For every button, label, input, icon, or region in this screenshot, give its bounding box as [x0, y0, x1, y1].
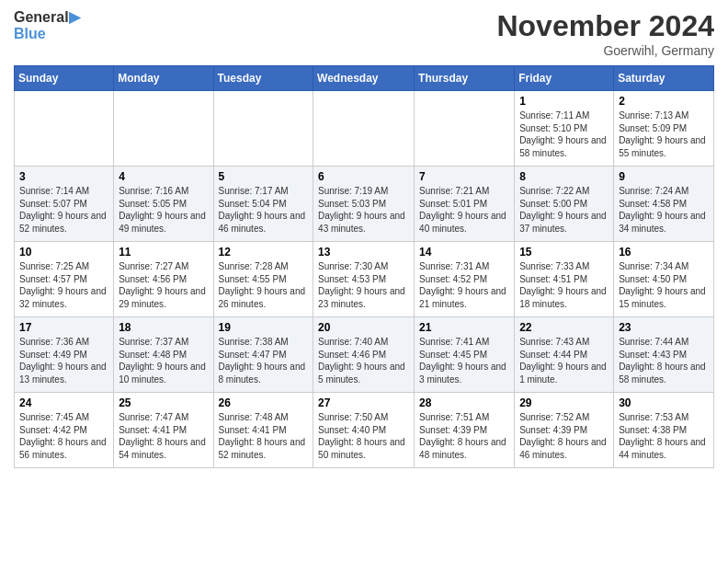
table-row: 17Sunrise: 7:36 AM Sunset: 4:49 PM Dayli…: [15, 317, 114, 393]
day-info: Sunrise: 7:30 AM Sunset: 4:53 PM Dayligh…: [318, 260, 409, 310]
table-row: [15, 91, 114, 167]
table-row: [415, 91, 515, 167]
table-row: 6Sunrise: 7:19 AM Sunset: 5:03 PM Daylig…: [313, 167, 415, 242]
day-info: Sunrise: 7:28 AM Sunset: 4:55 PM Dayligh…: [219, 260, 309, 310]
day-info: Sunrise: 7:51 AM Sunset: 4:39 PM Dayligh…: [419, 411, 509, 461]
day-info: Sunrise: 7:36 AM Sunset: 4:49 PM Dayligh…: [19, 336, 108, 385]
table-row: 23Sunrise: 7:44 AM Sunset: 4:43 PM Dayli…: [614, 317, 714, 393]
day-info: Sunrise: 7:31 AM Sunset: 4:52 PM Dayligh…: [419, 260, 509, 310]
month-title: November 2024: [496, 9, 714, 43]
day-number: 17: [19, 321, 108, 334]
day-info: Sunrise: 7:44 AM Sunset: 4:43 PM Dayligh…: [619, 336, 709, 385]
calendar-week-row: 17Sunrise: 7:36 AM Sunset: 4:49 PM Dayli…: [15, 317, 714, 393]
day-number: 15: [519, 246, 609, 259]
day-number: 24: [19, 396, 108, 409]
day-number: 16: [619, 246, 709, 259]
day-number: 30: [619, 396, 709, 409]
col-friday: Friday: [515, 66, 614, 91]
table-row: 13Sunrise: 7:30 AM Sunset: 4:53 PM Dayli…: [313, 242, 415, 317]
day-info: Sunrise: 7:48 AM Sunset: 4:41 PM Dayligh…: [219, 411, 309, 461]
calendar-header-row: Sunday Monday Tuesday Wednesday Thursday…: [15, 66, 714, 91]
page-header: General▶ Blue November 2024 Goerwihl, Ge…: [14, 9, 714, 58]
calendar-week-row: 24Sunrise: 7:45 AM Sunset: 4:42 PM Dayli…: [15, 393, 714, 468]
logo-text-general: General▶: [14, 9, 80, 26]
table-row: [114, 91, 213, 167]
day-info: Sunrise: 7:43 AM Sunset: 4:44 PM Dayligh…: [519, 336, 609, 385]
col-tuesday: Tuesday: [213, 66, 313, 91]
table-row: 29Sunrise: 7:52 AM Sunset: 4:39 PM Dayli…: [515, 393, 614, 468]
day-info: Sunrise: 7:14 AM Sunset: 5:07 PM Dayligh…: [19, 185, 108, 235]
table-row: 7Sunrise: 7:21 AM Sunset: 5:01 PM Daylig…: [415, 167, 515, 242]
table-row: 28Sunrise: 7:51 AM Sunset: 4:39 PM Dayli…: [415, 393, 515, 468]
day-number: 1: [519, 95, 609, 108]
day-info: Sunrise: 7:27 AM Sunset: 4:56 PM Dayligh…: [119, 260, 208, 310]
day-number: 11: [119, 246, 208, 259]
calendar-week-row: 10Sunrise: 7:25 AM Sunset: 4:57 PM Dayli…: [15, 242, 714, 317]
table-row: 14Sunrise: 7:31 AM Sunset: 4:52 PM Dayli…: [415, 242, 515, 317]
table-row: 30Sunrise: 7:53 AM Sunset: 4:38 PM Dayli…: [614, 393, 714, 468]
table-row: 26Sunrise: 7:48 AM Sunset: 4:41 PM Dayli…: [213, 393, 313, 468]
day-number: 27: [318, 396, 409, 409]
day-info: Sunrise: 7:24 AM Sunset: 4:58 PM Dayligh…: [619, 185, 709, 235]
col-saturday: Saturday: [614, 66, 714, 91]
day-number: 14: [419, 246, 509, 259]
col-sunday: Sunday: [15, 66, 114, 91]
day-number: 7: [419, 170, 509, 183]
day-info: Sunrise: 7:40 AM Sunset: 4:46 PM Dayligh…: [318, 336, 409, 385]
day-number: 28: [419, 396, 509, 409]
day-info: Sunrise: 7:17 AM Sunset: 5:04 PM Dayligh…: [219, 185, 309, 235]
location: Goerwihl, Germany: [496, 43, 714, 58]
day-number: 8: [519, 170, 609, 183]
table-row: 21Sunrise: 7:41 AM Sunset: 4:45 PM Dayli…: [415, 317, 515, 393]
table-row: 15Sunrise: 7:33 AM Sunset: 4:51 PM Dayli…: [515, 242, 614, 317]
table-row: 1Sunrise: 7:11 AM Sunset: 5:10 PM Daylig…: [515, 91, 614, 167]
col-thursday: Thursday: [415, 66, 515, 91]
page-container: General▶ Blue November 2024 Goerwihl, Ge…: [0, 0, 728, 477]
day-info: Sunrise: 7:16 AM Sunset: 5:05 PM Dayligh…: [119, 185, 208, 235]
table-row: 2Sunrise: 7:13 AM Sunset: 5:09 PM Daylig…: [614, 91, 714, 167]
day-number: 6: [318, 170, 409, 183]
table-row: 5Sunrise: 7:17 AM Sunset: 5:04 PM Daylig…: [213, 167, 313, 242]
table-row: 16Sunrise: 7:34 AM Sunset: 4:50 PM Dayli…: [614, 242, 714, 317]
day-info: Sunrise: 7:25 AM Sunset: 4:57 PM Dayligh…: [19, 260, 108, 310]
day-number: 26: [219, 396, 309, 409]
table-row: 11Sunrise: 7:27 AM Sunset: 4:56 PM Dayli…: [114, 242, 213, 317]
table-row: 4Sunrise: 7:16 AM Sunset: 5:05 PM Daylig…: [114, 167, 213, 242]
day-number: 4: [119, 170, 208, 183]
table-row: 20Sunrise: 7:40 AM Sunset: 4:46 PM Dayli…: [313, 317, 415, 393]
day-info: Sunrise: 7:11 AM Sunset: 5:10 PM Dayligh…: [519, 109, 609, 159]
day-number: 2: [619, 95, 709, 108]
day-info: Sunrise: 7:22 AM Sunset: 5:00 PM Dayligh…: [519, 185, 609, 235]
col-monday: Monday: [114, 66, 213, 91]
day-number: 3: [19, 170, 108, 183]
logo-text-blue: Blue: [14, 26, 80, 42]
day-info: Sunrise: 7:21 AM Sunset: 5:01 PM Dayligh…: [419, 185, 509, 235]
day-number: 20: [318, 321, 409, 334]
table-row: 22Sunrise: 7:43 AM Sunset: 4:44 PM Dayli…: [515, 317, 614, 393]
table-row: 19Sunrise: 7:38 AM Sunset: 4:47 PM Dayli…: [213, 317, 313, 393]
table-row: 18Sunrise: 7:37 AM Sunset: 4:48 PM Dayli…: [114, 317, 213, 393]
table-row: 3Sunrise: 7:14 AM Sunset: 5:07 PM Daylig…: [15, 167, 114, 242]
table-row: 12Sunrise: 7:28 AM Sunset: 4:55 PM Dayli…: [213, 242, 313, 317]
day-info: Sunrise: 7:41 AM Sunset: 4:45 PM Dayligh…: [419, 336, 509, 385]
day-number: 23: [619, 321, 709, 334]
day-info: Sunrise: 7:34 AM Sunset: 4:50 PM Dayligh…: [619, 260, 709, 310]
day-info: Sunrise: 7:53 AM Sunset: 4:38 PM Dayligh…: [619, 411, 709, 461]
title-block: November 2024 Goerwihl, Germany: [496, 9, 714, 58]
table-row: 8Sunrise: 7:22 AM Sunset: 5:00 PM Daylig…: [515, 167, 614, 242]
day-number: 5: [219, 170, 309, 183]
day-number: 13: [318, 246, 409, 259]
day-number: 18: [119, 321, 208, 334]
table-row: 9Sunrise: 7:24 AM Sunset: 4:58 PM Daylig…: [614, 167, 714, 242]
calendar-week-row: 3Sunrise: 7:14 AM Sunset: 5:07 PM Daylig…: [15, 167, 714, 242]
table-row: 24Sunrise: 7:45 AM Sunset: 4:42 PM Dayli…: [15, 393, 114, 468]
day-number: 19: [219, 321, 309, 334]
logo: General▶ Blue: [14, 9, 80, 41]
calendar-week-row: 1Sunrise: 7:11 AM Sunset: 5:10 PM Daylig…: [15, 91, 714, 167]
day-number: 12: [219, 246, 309, 259]
day-info: Sunrise: 7:33 AM Sunset: 4:51 PM Dayligh…: [519, 260, 609, 310]
day-number: 29: [519, 396, 609, 409]
day-info: Sunrise: 7:19 AM Sunset: 5:03 PM Dayligh…: [318, 185, 409, 235]
table-row: [213, 91, 313, 167]
day-info: Sunrise: 7:45 AM Sunset: 4:42 PM Dayligh…: [19, 411, 108, 461]
